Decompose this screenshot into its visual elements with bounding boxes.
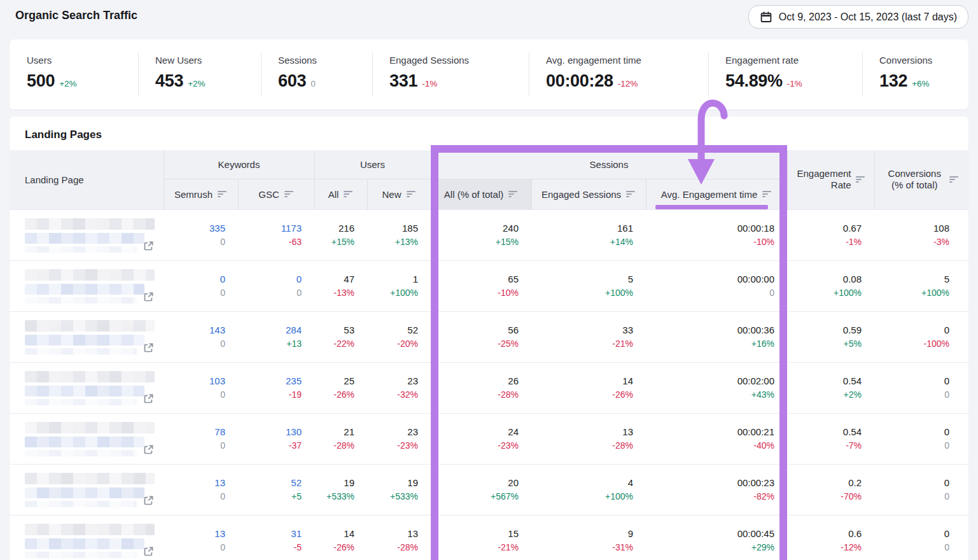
blurred-landing-page-path: [25, 399, 137, 405]
blurred-landing-page-title: [25, 473, 155, 484]
cell-value: 13: [367, 527, 418, 541]
sort-icon[interactable]: [407, 191, 416, 198]
blurred-landing-page-title: [25, 320, 155, 332]
column-header-landing-page: Landing Page: [10, 150, 164, 209]
cell-value: 0: [874, 476, 949, 490]
cell-value-link[interactable]: 78: [164, 425, 225, 439]
cell-delta: +29%: [646, 541, 774, 554]
cell-value-link[interactable]: 0: [164, 272, 225, 286]
cell-value: 0.54: [787, 425, 862, 439]
engagement-rate-cell: 0.6-12%: [787, 515, 874, 560]
sessions-all-cell: 15-21%: [431, 515, 531, 560]
table-row: 1430 284+13 53-22% 52-20% 56-25% 33-21% …: [10, 311, 968, 362]
avg-engagement-time-cell: 00:02:00+43%: [646, 362, 787, 413]
stat-value: 603: [278, 71, 306, 91]
cell-delta: 0: [164, 490, 225, 503]
calendar-icon: [760, 11, 772, 24]
cell-value: 108: [874, 221, 949, 235]
sort-icon[interactable]: [626, 191, 636, 198]
blurred-landing-page-url: [25, 487, 144, 498]
stat-label: Conversions: [879, 55, 963, 66]
semrush-cell: 130: [164, 515, 238, 560]
semrush-cell: 1030: [164, 362, 238, 413]
cell-value: 65: [431, 272, 519, 286]
external-link-icon[interactable]: [143, 241, 154, 251]
external-link-icon[interactable]: [143, 495, 154, 506]
cell-delta: -10%: [431, 286, 519, 300]
cell-value: 0.59: [787, 323, 862, 337]
semrush-label: Semrush: [174, 189, 213, 200]
cell-value-link[interactable]: 13: [164, 527, 225, 541]
cell-value-link[interactable]: 0: [238, 272, 302, 286]
cell-value-link[interactable]: 103: [164, 374, 225, 388]
cell-value-link[interactable]: 130: [238, 425, 302, 439]
column-header-engaged-sessions[interactable]: Engaged Sessions: [531, 179, 646, 209]
landing-pages-title: Landing Pages: [10, 116, 968, 141]
column-header-users-all[interactable]: All: [314, 179, 367, 209]
cell-delta: 0: [646, 286, 774, 300]
stat-delta: 0: [311, 79, 316, 88]
sort-icon[interactable]: [856, 176, 865, 183]
external-link-icon[interactable]: [143, 546, 154, 557]
sort-icon[interactable]: [284, 191, 294, 198]
stat-delta: -1%: [422, 79, 437, 88]
cell-value: 0.54: [787, 374, 862, 388]
column-header-avg-engagement-time[interactable]: Avg. Engagement time: [646, 179, 787, 209]
cell-delta: +2%: [787, 388, 862, 402]
cell-value: 0: [874, 527, 949, 541]
cell-value: 53: [314, 323, 354, 337]
column-header-sessions-all[interactable]: All (% of total): [431, 179, 531, 209]
cell-value-link[interactable]: 52: [238, 476, 302, 490]
cell-value: 185: [367, 221, 418, 235]
cell-delta: -3%: [874, 235, 949, 249]
cell-value: 5: [874, 272, 949, 286]
conversions-cell: 00: [874, 515, 968, 560]
semrush-cell: 1430: [164, 311, 238, 362]
column-header-gsc[interactable]: GSC: [238, 179, 314, 209]
stat-card: Conversions 132 +6%: [862, 50, 968, 99]
users-new-cell: 1+100%: [367, 260, 431, 311]
column-header-semrush[interactable]: Semrush: [164, 179, 238, 209]
blurred-landing-page-path: [25, 246, 137, 253]
cell-value: 23: [367, 425, 418, 439]
blurred-landing-page-url: [25, 538, 144, 549]
cell-value-link[interactable]: 1173: [238, 221, 302, 235]
cell-value-link[interactable]: 31: [238, 527, 302, 541]
cell-value: 1: [367, 272, 418, 286]
column-header-engagement-rate[interactable]: Engagement Rate: [787, 150, 874, 209]
sort-icon[interactable]: [949, 176, 959, 183]
column-group-sessions: Sessions: [431, 150, 787, 179]
blurred-landing-page-title: [25, 422, 155, 433]
landing-page-cell: [10, 209, 164, 260]
cell-delta: +14%: [531, 235, 633, 249]
external-link-icon[interactable]: [143, 444, 154, 455]
landing-page-cell: [10, 413, 164, 464]
date-range-button[interactable]: Oct 9, 2023 - Oct 15, 2023 (last 7 days): [748, 5, 968, 29]
blurred-landing-page-url: [25, 437, 144, 447]
cell-value-link[interactable]: 13: [164, 476, 225, 490]
cell-delta: +43%: [646, 388, 774, 402]
blurred-landing-page-path: [25, 297, 137, 304]
conversions-label: Conversions (% of total): [884, 168, 945, 191]
avg-engagement-time-label: Avg. Engagement time: [661, 189, 757, 200]
sort-icon[interactable]: [218, 191, 227, 198]
cell-value-link[interactable]: 284: [238, 323, 302, 337]
external-link-icon[interactable]: [143, 291, 154, 302]
cell-delta: 0: [874, 439, 949, 452]
sort-icon[interactable]: [344, 191, 353, 198]
cell-delta: -26%: [531, 388, 633, 402]
conversions-cell: 0-100%: [874, 311, 968, 362]
sort-icon[interactable]: [508, 191, 518, 198]
external-link-icon[interactable]: [143, 393, 154, 404]
cell-value-link[interactable]: 143: [164, 323, 225, 337]
cell-value-link[interactable]: 335: [164, 221, 225, 235]
cell-value-link[interactable]: 235: [238, 374, 302, 388]
cell-delta: -26%: [314, 541, 354, 554]
cell-value: 216: [314, 221, 354, 235]
sort-icon[interactable]: [762, 191, 772, 198]
column-header-conversions[interactable]: Conversions (% of total): [874, 150, 968, 209]
external-link-icon[interactable]: [143, 342, 154, 353]
cell-delta: -32%: [367, 388, 418, 402]
column-header-users-new[interactable]: New: [367, 179, 431, 209]
conversions-cell: 5+100%: [874, 260, 968, 311]
